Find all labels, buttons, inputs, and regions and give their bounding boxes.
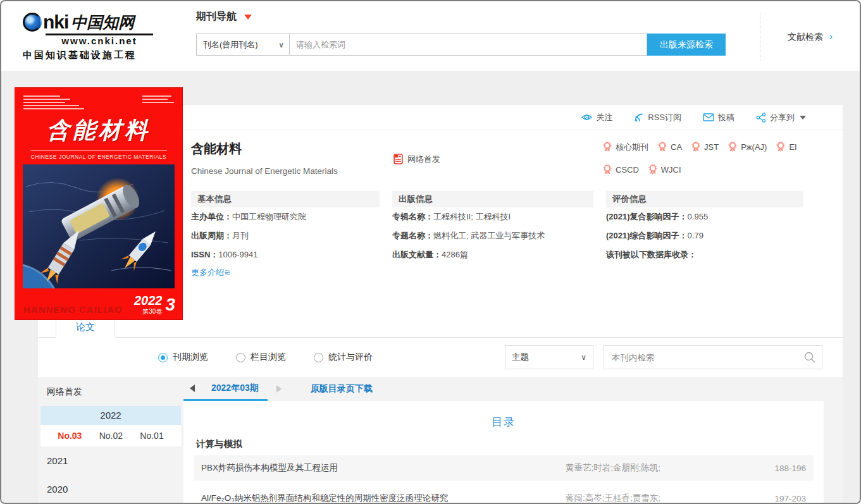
journal-cover[interactable]: 含能材料 CHINESE JOURNAL OF ENERGETIC MATERI… — [15, 87, 183, 320]
eval-info-label: (2021)综合影响因子： — [606, 231, 688, 240]
cover-bottom: HANNENG CAILIAO 2022 第30卷 3 — [23, 294, 175, 315]
more-intro-link[interactable]: 更多介绍≋ — [191, 267, 231, 278]
search-topic-select[interactable]: 主题 ∨ — [505, 345, 593, 369]
search-field-value: 刊名(曾用刊名) — [203, 39, 258, 51]
radio-column-browse[interactable]: 栏目浏览 — [236, 352, 286, 363]
header-search-input[interactable] — [290, 34, 647, 56]
toc-panel: 目录 计算与模拟 PBX炸药损伤本构模型及其工程运用 黄垂艺;时岩;金朋刚;陈凯… — [183, 401, 824, 503]
in-journal-search-input[interactable] — [604, 345, 822, 369]
badge-label: JST — [704, 142, 719, 152]
radio-stats-eval[interactable]: 统计与评价 — [314, 352, 373, 363]
basic-info-column: 基本信息 主办单位：中国工程物理研究院 出版周期：月刊 ISSN：1006-99… — [191, 191, 380, 278]
eval-info-value: 0.79 — [688, 231, 703, 240]
logo-url: www.cnki.net — [46, 34, 153, 46]
medal-icon — [728, 142, 738, 152]
medal-icon — [602, 142, 612, 152]
journal-nav-menu[interactable]: 期刊导航 — [196, 10, 726, 23]
year-2021[interactable]: 2021 — [38, 446, 183, 475]
badge-label: Pж(AJ) — [741, 142, 767, 152]
badge-ca: CA — [657, 140, 682, 154]
basic-info-label: ISSN： — [191, 250, 218, 259]
year-2020[interactable]: 2020 — [38, 475, 183, 503]
pub-info-value: 4286篇 — [442, 250, 468, 259]
cover-subtitle: CHINESE JOURNAL OF ENERGETIC MATERIALS — [15, 154, 183, 160]
badge-label: WJCI — [661, 165, 681, 175]
cover-title: 含能材料 — [15, 115, 183, 146]
year-2022[interactable]: 2022 — [40, 406, 181, 425]
radio-issue-browse[interactable]: 刊期浏览 — [158, 352, 208, 363]
badge-jst: JST — [691, 140, 719, 154]
rss-label: RSS订阅 — [648, 112, 681, 123]
toc-download-link[interactable]: 原版目录页下载 — [311, 383, 373, 395]
share-button[interactable]: 分享到 — [756, 112, 806, 123]
badge-label: CA — [671, 142, 682, 152]
globe-icon — [23, 13, 42, 32]
cnki-logo[interactable]: nki 中国知网 www.cnki.net 中国知识基础设施工程 — [23, 11, 176, 61]
eval-info-value: 0.955 — [688, 212, 709, 221]
basic-info-label: 出版周期： — [191, 231, 232, 240]
journal-title: 含能材料 — [191, 140, 393, 157]
logo-subtitle: 中国知识基础设施工程 — [23, 49, 176, 61]
cover-microtext-left — [23, 95, 84, 111]
article-authors[interactable]: 蒋闯;高岑;王桂香;贾雪东; — [566, 493, 755, 503]
chevron-down-icon: ∨ — [278, 40, 284, 49]
logo-cn-text: 中国知网 — [71, 12, 134, 33]
issue-no-03[interactable]: No.03 — [58, 431, 82, 441]
radio-column-label: 栏目浏览 — [251, 352, 286, 363]
sidebar-online-first[interactable]: 网络首发 — [38, 382, 183, 401]
eval-info-label: (2021)复合影响因子： — [606, 212, 688, 221]
body: 含能材料 CHINESE JOURNAL OF ENERGETIC MATERI… — [1, 72, 860, 503]
year-block-2022: 2022 No.03 No.02 No.01 — [40, 406, 181, 446]
article-title-link[interactable]: PBX炸药损伤本构模型及其工程运用 — [201, 462, 566, 474]
submit-button[interactable]: 投稿 — [703, 112, 734, 123]
toc-main: 2022年03期 原版目录页下载 目录 计算与模拟 PBX炸药损伤本构模型及其工… — [183, 377, 824, 503]
publication-info-header: 出版信息 — [392, 191, 593, 207]
basic-info-value: 1006-9941 — [218, 250, 257, 259]
journal-title-en: Chinese Journal of Energetic Materials — [191, 166, 393, 176]
medal-icon — [648, 164, 658, 175]
online-first-flag[interactable]: 网络首发 — [393, 142, 440, 176]
pub-info-label: 出版文献量： — [392, 250, 442, 259]
article-row: Al/Fe₂O₃纳米铝热剂界面结构和稳定性的周期性密度泛函理论研究 蒋闯;高岑;… — [194, 486, 814, 503]
triangle-right-icon[interactable] — [276, 385, 282, 393]
issue-no-02[interactable]: No.02 — [99, 431, 123, 441]
publication-info-column: 出版信息 专辑名称：工程科技II; 工程科技I 专题名称：燃料化工; 武器工业与… — [392, 191, 593, 278]
issue-no-01[interactable]: No.01 — [140, 431, 163, 441]
triangle-down-icon — [800, 116, 806, 120]
article-authors[interactable]: 黄垂艺;时岩;金朋刚;陈凯; — [566, 462, 755, 474]
cover-microtext-right — [142, 95, 174, 105]
source-search-button[interactable]: 出版来源检索 — [647, 34, 726, 56]
current-issue-label[interactable]: 2022年03期 — [211, 383, 259, 394]
header-right: 文献检索 › — [760, 13, 860, 61]
cover-rule — [30, 151, 167, 151]
medal-icon — [602, 164, 612, 175]
badge-label: EI — [789, 142, 796, 152]
header-search-row: 刊名(曾用刊名) ∨ 出版来源检索 — [196, 34, 726, 56]
radio-stats-label: 统计与评价 — [328, 352, 373, 363]
search-field-select[interactable]: 刊名(曾用刊名) ∨ — [196, 34, 290, 56]
follow-label: 关注 — [596, 112, 612, 123]
eye-icon — [581, 112, 592, 123]
badge-label: CSCD — [616, 165, 639, 175]
magnifier-icon[interactable] — [803, 351, 816, 364]
journal-nav-title: 期刊导航 — [196, 11, 237, 22]
triangle-down-icon — [244, 15, 252, 20]
cover-artwork — [23, 164, 175, 288]
badge-paj: Pж(AJ) — [728, 140, 767, 154]
basic-info-value: 月刊 — [232, 231, 249, 240]
article-title-link[interactable]: Al/Fe₂O₃纳米铝热剂界面结构和稳定性的周期性密度泛函理论研究 — [201, 493, 566, 503]
follow-button[interactable]: 关注 — [581, 112, 612, 123]
triangle-left-icon[interactable] — [190, 384, 195, 392]
badges: 核心期刊 CA JST Pж(AJ) EI CSCD WJCI — [602, 140, 815, 176]
issue-sidebar: 网络首发 2022 No.03 No.02 No.01 2021 2020 — [38, 377, 183, 503]
basic-info-label: 主办单位： — [191, 212, 232, 221]
search-topic-value: 主题 — [512, 352, 529, 363]
radio-icon — [314, 353, 323, 362]
toc-tabbar: 2022年03期 原版目录页下载 — [183, 377, 824, 401]
rss-button[interactable]: RSS订阅 — [634, 112, 681, 123]
cover-volume: 第30卷 — [134, 309, 163, 315]
document-search-link[interactable]: 文献检索 › — [788, 31, 833, 43]
article-row: PBX炸药损伤本构模型及其工程运用 黄垂艺;时岩;金朋刚;陈凯; 188-196 — [194, 455, 814, 481]
pub-info-label: 专题名称： — [392, 231, 433, 240]
medal-icon — [657, 142, 667, 152]
